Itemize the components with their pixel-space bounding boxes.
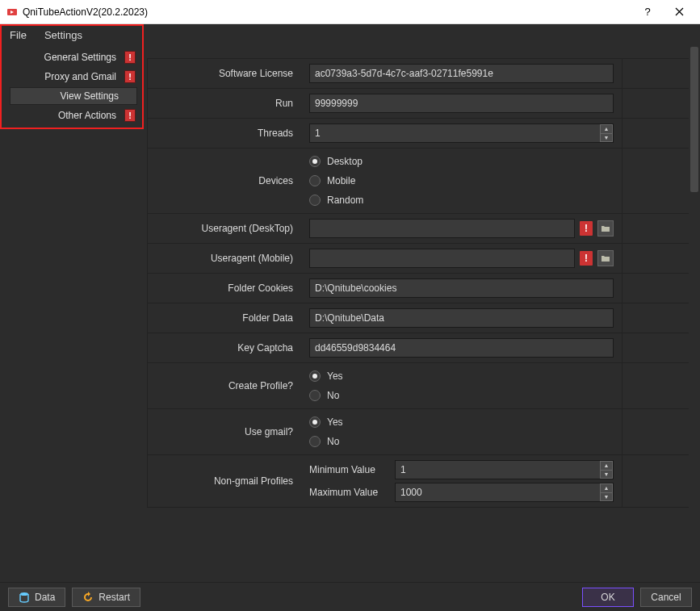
app-icon <box>6 6 18 18</box>
label-key-captcha: Key Captcha <box>148 334 301 362</box>
footer-bar: Data Restart OK Cancel <box>0 582 700 611</box>
title-bar: QniTubeActionV2(20.2.2023) ? <box>0 0 700 24</box>
sidebar-item-label: View Settings <box>10 90 135 102</box>
input-max-value[interactable] <box>395 483 614 502</box>
alert-icon: ! <box>580 251 593 266</box>
threads-spinner[interactable]: ▲▼ <box>600 124 613 142</box>
sidebar-item-view-settings[interactable]: View Settings <box>10 87 137 105</box>
label-run: Run <box>148 90 301 117</box>
alert-icon: ! <box>124 51 136 64</box>
label-create-profile: Create Profile? <box>148 363 301 408</box>
menu-bar: File Settings <box>0 24 700 45</box>
input-min-value[interactable] <box>395 460 614 479</box>
label-max-value: Maximum Value <box>309 487 390 498</box>
label-ua-desktop: Useragent (DeskTop) <box>148 215 301 242</box>
cancel-button[interactable]: Cancel <box>640 588 692 607</box>
label-min-value: Minimum Value <box>309 464 390 475</box>
radio-devices-mobile[interactable]: Mobile <box>309 173 614 189</box>
input-folder-cookies[interactable] <box>309 278 614 298</box>
alert-icon: ! <box>580 221 593 236</box>
browse-ua-desktop-button[interactable] <box>597 220 614 236</box>
restart-button[interactable]: Restart <box>72 588 140 607</box>
restart-icon <box>82 592 94 603</box>
radio-devices-desktop[interactable]: Desktop <box>309 153 614 169</box>
radio-create-profile-yes[interactable]: Yes <box>309 368 614 384</box>
help-button[interactable]: ? <box>634 0 661 24</box>
sidebar-item-other-actions[interactable]: Other Actions ! <box>10 107 137 124</box>
menu-file[interactable]: File <box>6 27 30 43</box>
label-non-gmail-profiles: Non-gmail Profiles <box>148 455 301 507</box>
sidebar-item-label: General Settings <box>10 52 119 63</box>
label-ua-mobile: Useragent (Mobile) <box>148 245 301 272</box>
label-software-license: Software License <box>148 60 301 87</box>
radio-use-gmail-no[interactable]: No <box>309 433 614 450</box>
sidebar: General Settings ! Proxy and Gmail ! Vie… <box>0 45 137 582</box>
close-button[interactable] <box>661 0 697 24</box>
menu-settings[interactable]: Settings <box>41 27 86 43</box>
input-ua-desktop[interactable] <box>309 219 575 238</box>
sidebar-item-label: Proxy and Gmail <box>10 71 119 82</box>
sidebar-item-proxy-and-gmail[interactable]: Proxy and Gmail ! <box>10 68 137 86</box>
database-icon <box>19 592 30 603</box>
alert-icon: ! <box>124 109 136 122</box>
sidebar-item-general-settings[interactable]: General Settings ! <box>10 48 137 66</box>
window-title: QniTubeActionV2(20.2.2023) <box>23 6 148 18</box>
label-threads: Threads <box>148 119 301 147</box>
radio-create-profile-no[interactable]: No <box>309 387 614 404</box>
input-folder-data[interactable] <box>309 308 614 328</box>
label-use-gmail: Use gmail? <box>148 409 301 454</box>
input-key-captcha[interactable] <box>309 338 614 358</box>
data-button[interactable]: Data <box>8 588 65 607</box>
radio-devices-random[interactable]: Random <box>309 192 614 208</box>
radio-use-gmail-yes[interactable]: Yes <box>309 414 614 430</box>
label-folder-cookies: Folder Cookies <box>148 274 301 302</box>
browse-ua-mobile-button[interactable] <box>597 250 614 266</box>
max-spinner[interactable]: ▲▼ <box>600 483 613 501</box>
form-area: Software License Run Threads ▲▼ <box>137 45 700 582</box>
input-run[interactable] <box>309 94 614 113</box>
label-devices: Devices <box>148 149 301 213</box>
folder-icon <box>601 224 610 233</box>
input-threads[interactable] <box>309 123 614 143</box>
min-spinner[interactable]: ▲▼ <box>600 461 613 479</box>
input-software-license[interactable] <box>309 64 614 83</box>
input-ua-mobile[interactable] <box>309 249 575 268</box>
svg-point-2 <box>20 592 28 596</box>
alert-icon: ! <box>124 70 136 83</box>
folder-icon <box>601 253 610 263</box>
label-folder-data: Folder Data <box>148 304 301 332</box>
ok-button[interactable]: OK <box>582 588 634 607</box>
vertical-scrollbar[interactable] <box>689 45 700 582</box>
svg-marker-3 <box>88 592 90 596</box>
sidebar-item-label: Other Actions <box>10 110 119 121</box>
